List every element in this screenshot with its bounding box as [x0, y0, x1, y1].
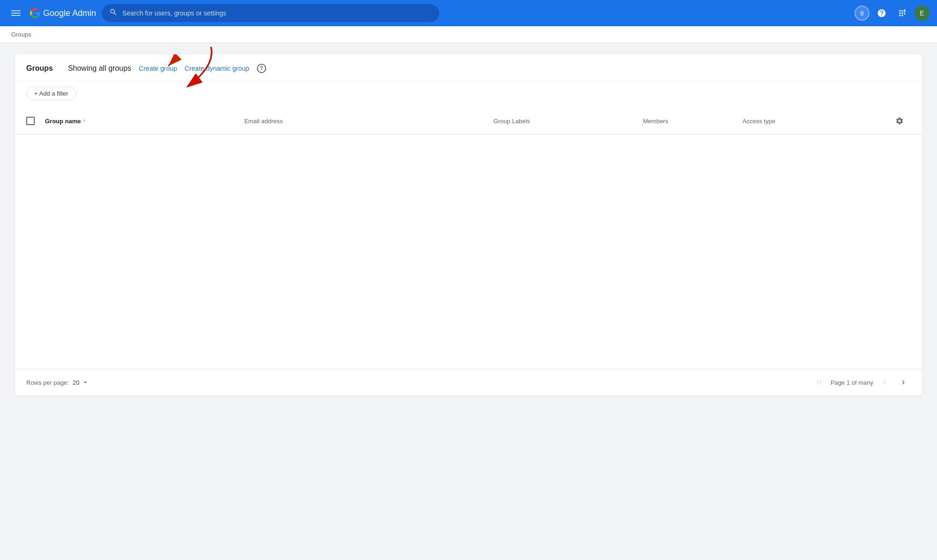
sort-icon-name: ↑	[83, 118, 86, 124]
svg-rect-0	[11, 10, 21, 11]
settings-col	[892, 113, 911, 128]
top-navigation: Google Admin 8 E	[0, 0, 937, 26]
search-bar[interactable]	[102, 4, 439, 22]
menu-icon[interactable]	[7, 5, 24, 22]
rows-dropdown-icon	[82, 379, 89, 386]
breadcrumb: Groups	[0, 26, 937, 43]
nav-right-controls: 8 E	[855, 5, 930, 22]
rows-per-page-label: Rows per page:	[26, 379, 69, 386]
col-header-members[interactable]: Members	[643, 118, 743, 125]
help-icon[interactable]: ?	[257, 64, 266, 73]
page-title: Groups	[26, 64, 53, 73]
apps-button[interactable]	[894, 5, 911, 22]
pagination-next-button[interactable]	[896, 375, 911, 390]
create-dynamic-group-link[interactable]: Create dynamic group	[185, 65, 249, 72]
main-content: Groups Showing all groups Create group C…	[0, 43, 937, 407]
filter-row: + Add a filter	[15, 81, 922, 108]
card-header: Groups Showing all groups Create group C…	[15, 54, 922, 81]
pagination-text: Page 1 of many	[831, 379, 873, 386]
pagination-prev-button[interactable]	[877, 375, 892, 390]
rows-per-page-control: Rows per page: 20	[26, 379, 89, 386]
rows-per-page-select[interactable]: 20	[73, 379, 89, 386]
col-header-labels[interactable]: Group Labels	[494, 118, 643, 125]
search-icon	[109, 8, 118, 19]
rows-per-page-value: 20	[73, 379, 79, 386]
help-button[interactable]	[873, 5, 890, 22]
groups-card: Groups Showing all groups Create group C…	[15, 54, 922, 396]
select-all-checkbox-col	[26, 117, 45, 125]
user-avatar[interactable]: E	[915, 6, 930, 21]
column-settings-icon[interactable]	[892, 113, 907, 128]
create-group-link[interactable]: Create group	[139, 65, 177, 72]
table-header: Group name ↑ Email address Group Labels …	[15, 108, 922, 134]
pagination-first-button[interactable]	[812, 375, 827, 390]
col-header-group-name[interactable]: Group name ↑	[45, 118, 244, 125]
select-all-checkbox[interactable]	[26, 117, 35, 125]
app-logo: Google Admin	[30, 8, 96, 18]
col-header-email[interactable]: Email address	[244, 118, 493, 125]
svg-rect-2	[11, 15, 21, 16]
svg-rect-1	[11, 13, 21, 14]
col-header-access[interactable]: Access type	[742, 118, 892, 125]
pagination-controls: Page 1 of many	[812, 375, 911, 390]
search-input[interactable]	[122, 9, 432, 17]
page-subtitle: Showing all groups	[68, 64, 131, 73]
support-badge[interactable]: 8	[855, 6, 870, 21]
logo-text: Google Admin	[43, 8, 96, 18]
add-filter-button[interactable]: + Add a filter	[26, 87, 76, 100]
table-body	[15, 134, 922, 369]
card-footer: Rows per page: 20 Page 1 of many	[15, 369, 922, 396]
